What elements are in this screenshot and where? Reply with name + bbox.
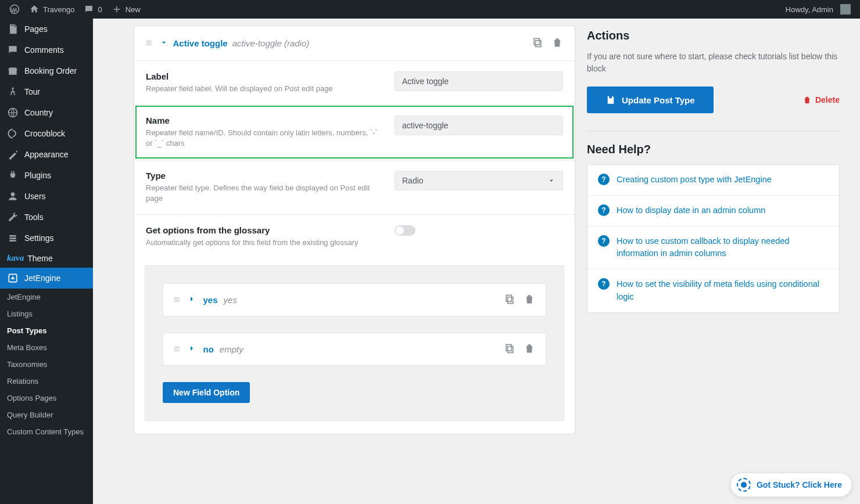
comments-count[interactable]: 0	[79, 0, 106, 19]
field-header-title[interactable]: Active toggle	[173, 38, 228, 48]
glossary-toggle[interactable]	[395, 225, 415, 236]
sidebar-item-kava[interactable]: kavaTheme	[0, 249, 93, 268]
sidebar-item-comments[interactable]: Comments	[0, 39, 93, 60]
type-field-title: Type	[146, 171, 383, 181]
save-icon	[605, 95, 616, 105]
svg-point-7	[10, 235, 12, 237]
sidebar-item-booking[interactable]: Booking Order	[0, 60, 93, 81]
trash-icon	[802, 95, 812, 105]
glossary-field-title: Get options from the glossary	[146, 225, 383, 235]
wp-logo[interactable]	[5, 0, 24, 19]
svg-point-9	[11, 240, 13, 242]
sidebar-item-pages[interactable]: Pages	[0, 19, 93, 39]
name-field-desc: Repeater field name/ID. Should contain o…	[146, 128, 383, 149]
sidebar-item-settings[interactable]: Settings	[0, 228, 93, 249]
option-label[interactable]: no	[203, 344, 214, 354]
option-item: ≡ yes yes	[163, 283, 546, 316]
sidebar-item-tools[interactable]: Tools	[0, 207, 93, 228]
sidebar-item-tour[interactable]: Tour	[0, 81, 93, 102]
copy-icon[interactable]	[504, 343, 515, 356]
svg-rect-11	[536, 41, 541, 47]
sidebar-sub-options-pages[interactable]: Options Pages	[0, 390, 93, 406]
help-question-icon: ?	[598, 278, 610, 290]
svg-rect-13	[508, 297, 513, 304]
sidebar-sub-post-types[interactable]: Post Types	[0, 322, 93, 339]
svg-rect-16	[506, 344, 511, 351]
admin-sidebar: Pages Comments Booking Order Tour Countr…	[0, 19, 93, 504]
update-post-type-button[interactable]: Update Post Type	[587, 87, 714, 113]
expand-toggle[interactable]	[187, 344, 196, 355]
label-field-desc: Repeater field label. Will be displayed …	[146, 84, 383, 94]
name-input[interactable]	[395, 116, 563, 135]
svg-point-1	[12, 88, 13, 89]
option-value: empty	[220, 344, 243, 354]
sidebar-sub-taxonomies[interactable]: Taxonomies	[0, 356, 93, 373]
sidebar-sub-custom-content-types[interactable]: Custom Content Types	[0, 423, 93, 440]
expand-toggle[interactable]	[187, 294, 196, 305]
sidebar-sub-listings[interactable]: Listings	[0, 305, 93, 322]
copy-icon[interactable]	[532, 37, 543, 50]
sidebar-item-plugins[interactable]: Plugins	[0, 165, 93, 186]
sidebar-item-appearance[interactable]: Appearance	[0, 144, 93, 165]
got-stuck-button[interactable]: Got Stuck? Click Here	[730, 473, 852, 497]
svg-point-3	[11, 192, 15, 196]
copy-icon[interactable]	[504, 293, 515, 307]
help-link[interactable]: How to set the visibility of meta fields…	[617, 278, 829, 304]
drag-handle-icon[interactable]: ≡	[174, 294, 180, 306]
help-list: ?Creating custom post type with JetEngin…	[587, 164, 840, 313]
type-field-desc: Repeater field type. Defines the way fie…	[146, 183, 383, 204]
trash-icon[interactable]	[524, 293, 535, 307]
help-question-icon: ?	[598, 204, 610, 216]
svg-rect-12	[534, 38, 539, 45]
help-link[interactable]: How to use custom callback to display ne…	[617, 235, 829, 261]
help-question-icon: ?	[598, 174, 610, 185]
option-value: yes	[224, 295, 237, 305]
svg-point-8	[13, 237, 15, 239]
option-item: ≡ no empty	[163, 333, 546, 366]
label-field-title: Label	[146, 71, 383, 81]
avatar	[840, 4, 851, 15]
help-title: Need Help?	[587, 143, 840, 156]
sidebar-sub-query-builder[interactable]: Query Builder	[0, 406, 93, 423]
delete-button[interactable]: Delete	[802, 95, 840, 105]
sidebar-item-crocoblock[interactable]: Crocoblock	[0, 123, 93, 144]
repeater-field-panel: ≡ Active toggle active-toggle (radio) La…	[134, 26, 575, 434]
support-icon	[737, 478, 751, 492]
field-options-box: ≡ yes yes ≡ no empty	[145, 265, 564, 421]
label-input[interactable]	[395, 71, 563, 91]
type-select[interactable]: Radio	[395, 171, 563, 190]
svg-rect-14	[506, 295, 511, 301]
admin-topbar: Travengo 0 New Howdy, Admin	[0, 0, 860, 19]
new-content[interactable]: New	[107, 0, 145, 19]
actions-title: Actions	[587, 29, 840, 42]
site-home[interactable]: Travengo	[24, 0, 79, 19]
option-label[interactable]: yes	[203, 295, 218, 305]
sidebar-item-country[interactable]: Country	[0, 102, 93, 123]
help-link[interactable]: Creating custom post type with JetEngine	[617, 174, 772, 186]
sidebar-item-users[interactable]: Users	[0, 186, 93, 207]
actions-desc: If you are not sure where to start, plea…	[587, 51, 840, 75]
help-link[interactable]: How to display date in an admin column	[617, 204, 765, 217]
svg-rect-15	[508, 347, 513, 353]
trash-icon[interactable]	[524, 343, 535, 356]
field-header-sub: active-toggle (radio)	[232, 38, 310, 48]
sidebar-sub-relations[interactable]: Relations	[0, 373, 93, 390]
user-greeting[interactable]: Howdy, Admin	[781, 0, 855, 19]
chevron-down-icon	[547, 177, 556, 185]
name-field-title: Name	[146, 116, 383, 125]
sidebar-item-jetengine[interactable]: JetEngine	[0, 268, 93, 289]
new-field-option-button[interactable]: New Field Option	[163, 382, 250, 403]
glossary-field-desc: Automatically get options for this field…	[146, 237, 383, 248]
sidebar-sub-jetengine[interactable]: JetEngine	[0, 289, 93, 305]
help-question-icon: ?	[598, 235, 610, 247]
drag-handle-icon[interactable]: ≡	[146, 37, 152, 49]
sidebar-sub-meta-boxes[interactable]: Meta Boxes	[0, 339, 93, 356]
collapse-toggle[interactable]	[159, 38, 169, 49]
trash-icon[interactable]	[551, 37, 563, 50]
drag-handle-icon[interactable]: ≡	[174, 343, 180, 355]
